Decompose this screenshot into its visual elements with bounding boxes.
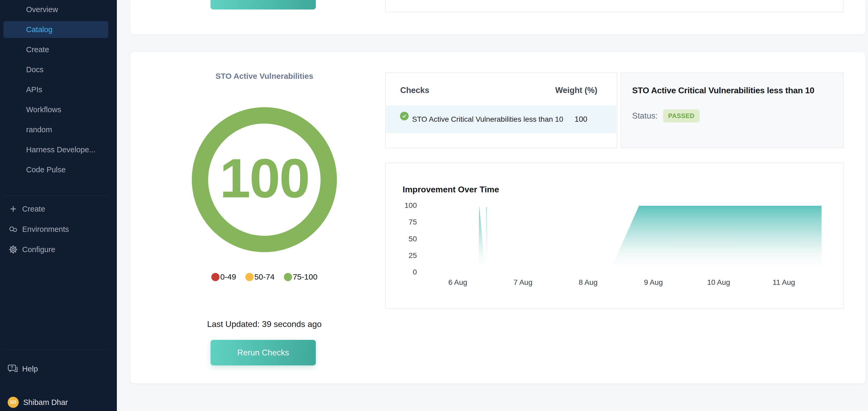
legend-dot	[284, 273, 292, 281]
check-circle-icon	[400, 112, 409, 121]
scorecard-card: STO Active Vulnerabilities 100 0-4950-74…	[130, 52, 865, 383]
legend-label: 0-49	[220, 272, 236, 281]
spike-2	[486, 207, 488, 272]
score-gauge: 100	[192, 107, 337, 252]
sidebar-actions: CreateEnvironmentsConfigure	[0, 201, 117, 261]
checks-header: Checks Weight (%)	[386, 73, 617, 95]
legend-dot	[211, 273, 219, 281]
sidebar-help[interactable]: ? Help	[0, 361, 117, 377]
last-updated-text: Last Updated: 39 seconds ago	[159, 319, 370, 329]
weight-column-header: Weight (%)	[555, 85, 597, 95]
x-axis-tick-9-aug: 9 Aug	[632, 278, 675, 287]
action-label: Environments	[22, 225, 69, 234]
legend-item-50-74: 50-74	[245, 272, 275, 281]
sidebar-divider-top	[3, 196, 108, 196]
x-axis-tick-6-aug: 6 Aug	[437, 278, 479, 287]
checks-column-header: Checks	[400, 85, 429, 95]
legend-dot	[245, 273, 253, 281]
gear-icon	[8, 245, 18, 254]
y-axis-tick-100: 100	[386, 201, 417, 210]
spike-1	[478, 206, 486, 272]
partial-rerun-button[interactable]	[211, 0, 316, 9]
score-legend: 0-4950-7475-100	[159, 272, 370, 281]
svg-text:?: ?	[10, 365, 13, 370]
legend-label: 50-74	[254, 272, 275, 281]
y-axis-tick-0: 0	[386, 268, 417, 276]
status-label: Status:	[632, 111, 658, 121]
hexagons-icon	[8, 225, 18, 234]
sidebar-item-create[interactable]: Create	[3, 41, 108, 58]
sidebar-divider-bottom	[3, 349, 108, 350]
sidebar-item-code-pulse[interactable]: Code Pulse	[3, 161, 108, 178]
scorecard-title: STO Active Vulnerabilities	[165, 72, 363, 81]
action-label: Create	[22, 205, 45, 213]
plus-icon	[8, 204, 18, 214]
sidebar-item-overview[interactable]: Overview	[3, 1, 108, 18]
x-axis-tick-8-aug: 8 Aug	[567, 278, 609, 287]
partial-chart-panel	[385, 0, 844, 12]
improvement-chart-panel: Improvement Over Time 10075502506 Aug7 A…	[385, 163, 844, 309]
check-row[interactable]: STO Active Critical Vulnerabilities less…	[386, 105, 616, 133]
sidebar: OverviewCatalogCreateDocsAPIsWorkflowsra…	[0, 0, 117, 411]
checks-panel: Checks Weight (%) STO Active Critical Vu…	[385, 72, 617, 148]
sidebar-action-configure[interactable]: Configure	[0, 241, 117, 258]
action-label: Configure	[22, 245, 55, 254]
sidebar-action-environments[interactable]: Environments	[0, 221, 117, 238]
check-detail-panel: STO Active Critical Vulnerabilities less…	[621, 72, 844, 148]
sidebar-item-harness-develope[interactable]: Harness Develope...	[3, 141, 108, 158]
status-row: Status: PASSED	[632, 109, 700, 123]
help-chat-icon: ?	[7, 364, 18, 374]
x-axis-tick-7-aug: 7 Aug	[502, 278, 544, 287]
status-badge: PASSED	[663, 109, 700, 123]
sidebar-user[interactable]: SD Shibam Dhar	[0, 394, 117, 411]
help-label: Help	[22, 365, 38, 373]
check-name: STO Active Critical Vulnerabilities less…	[412, 114, 568, 124]
rerun-checks-button[interactable]: Rerun Checks	[211, 340, 316, 366]
sidebar-action-create[interactable]: Create	[0, 201, 117, 217]
y-axis-tick-75: 75	[386, 218, 417, 226]
legend-item-0-49: 0-49	[211, 272, 236, 281]
x-axis-tick-11-aug: 11 Aug	[763, 278, 805, 287]
sidebar-item-random[interactable]: random	[3, 121, 108, 138]
user-name: Shibam Dhar	[23, 398, 68, 407]
check-detail-title: STO Active Critical Vulnerabilities less…	[632, 85, 838, 95]
sidebar-nav: OverviewCatalogCreateDocsAPIsWorkflowsra…	[0, 1, 117, 181]
x-axis-tick-10-aug: 10 Aug	[698, 278, 740, 287]
sidebar-item-catalog[interactable]: Catalog	[3, 21, 108, 38]
y-axis-tick-50: 50	[386, 235, 417, 243]
legend-item-75-100: 75-100	[284, 272, 317, 281]
avatar: SD	[8, 397, 19, 408]
check-weight-value: 100	[568, 105, 594, 133]
sidebar-item-apis[interactable]: APIs	[3, 81, 108, 98]
legend-label: 75-100	[293, 272, 317, 281]
sidebar-item-workflows[interactable]: Workflows	[3, 101, 108, 118]
partial-card-above	[130, 0, 865, 34]
score-value: 100	[220, 146, 309, 213]
sidebar-item-docs[interactable]: Docs	[3, 61, 108, 78]
main-area	[610, 206, 822, 272]
y-axis-tick-25: 25	[386, 251, 417, 260]
